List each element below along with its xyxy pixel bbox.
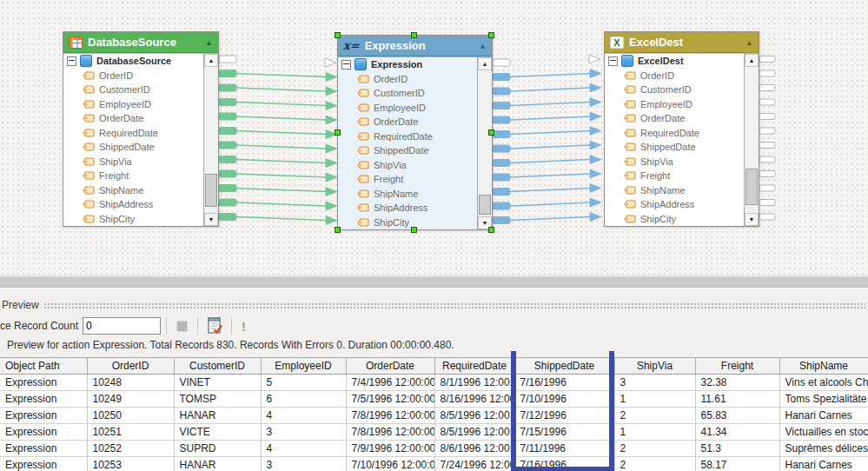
field-row-customerid[interactable]: CustomerID [338, 86, 492, 101]
grid-col-header-orderid[interactable]: OrderID [87, 358, 174, 375]
selection-handle[interactable] [411, 227, 417, 233]
field-row-requireddate[interactable]: RequiredDate [338, 129, 492, 144]
field-row-shipname[interactable]: ShipName [338, 187, 492, 202]
field-row-shipcity[interactable]: ShipCity [63, 212, 218, 227]
field-row-orderdate[interactable]: OrderDate [63, 111, 218, 126]
field-row-shipaddress[interactable]: ShipAddress [605, 197, 759, 212]
grid-row[interactable]: Expression10248VINET57/4/1996 12:00:008/… [0, 375, 868, 391]
selection-handle[interactable] [411, 32, 417, 38]
field-row-shipvia[interactable]: ShipVia [605, 155, 759, 169]
selection-handle[interactable] [488, 32, 494, 38]
grid-cell: 7/10/1996 12:00:0 [346, 457, 434, 471]
scroll-up-icon[interactable]: ▲ [478, 57, 492, 70]
grid-row[interactable]: Expression10251VICTE37/8/1996 12:00:008/… [0, 424, 868, 441]
node-header-exceldest[interactable]: XExcelDest▲ [605, 32, 759, 53]
field-row-employeeid[interactable]: EmployeeID [63, 97, 218, 112]
stop-button[interactable] [172, 316, 192, 336]
selection-handle[interactable] [335, 32, 341, 38]
field-row-shipname[interactable]: ShipName [605, 183, 759, 198]
field-row-freight[interactable]: Freight [63, 169, 218, 183]
scroll-down-icon[interactable]: ▼ [745, 213, 759, 226]
grid-cell: 2 [614, 457, 695, 471]
grid-col-header-object-path[interactable]: Object Path [0, 358, 87, 375]
selection-handle[interactable] [335, 129, 341, 136]
field-row-shipname[interactable]: ShipName [63, 183, 218, 198]
grid-cell: 1 [614, 391, 695, 408]
field-row-orderdate[interactable]: OrderDate [338, 115, 492, 129]
app-window: DatabaseSource▲DatabaseSourceOrderIDCust… [0, 0, 868, 471]
grid-cell: HANAR [174, 457, 261, 471]
field-row-orderid[interactable]: OrderID [63, 69, 218, 83]
collapse-up-icon[interactable]: ▲ [745, 38, 753, 47]
field-label: EmployeeID [99, 99, 151, 109]
field-row-shippeddate[interactable]: ShippedDate [338, 143, 492, 158]
field-row-requireddate[interactable]: RequiredDate [63, 126, 218, 141]
field-row-shipvia[interactable]: ShipVia [338, 158, 492, 173]
field-row-freight[interactable]: Freight [338, 172, 492, 187]
field-label: OrderID [99, 70, 133, 81]
collapse-minus-icon[interactable] [608, 56, 618, 66]
grid-col-header-orderdate[interactable]: OrderDate [346, 358, 434, 375]
field-label: OrderID [374, 74, 407, 84]
grid-col-header-requireddate[interactable]: RequiredDate [434, 358, 514, 375]
collapse-up-icon[interactable]: ▲ [205, 38, 213, 47]
field-row-customerid[interactable]: CustomerID [63, 83, 218, 97]
collapse-minus-icon[interactable] [67, 56, 76, 66]
selection-handle[interactable] [488, 227, 494, 233]
field-row-requireddate[interactable]: RequiredDate [605, 126, 759, 141]
tree-root-exceldest[interactable]: ExcelDest [605, 54, 759, 69]
node-scrollbar[interactable]: ▲▼ [477, 57, 492, 229]
refresh-preview-button[interactable] [203, 315, 226, 337]
field-tag-icon [357, 89, 369, 97]
grid-col-header-shippeddate[interactable]: ShippedDate [514, 358, 614, 375]
field-row-orderid[interactable]: OrderID [338, 72, 492, 87]
root-label: ExcelDest [638, 56, 684, 66]
grid-row[interactable]: Expression10253HANAR37/10/1996 12:00:07/… [0, 457, 868, 471]
scroll-up-icon[interactable]: ▲ [745, 54, 759, 67]
node-expression[interactable]: x=Expression▲ExpressionOrderIDCustomerID… [337, 35, 493, 230]
dataflow-canvas[interactable]: DatabaseSource▲DatabaseSourceOrderIDCust… [0, 0, 868, 276]
grid-cell: 11.61 [695, 391, 779, 408]
node-exceldest[interactable]: XExcelDest▲ExcelDestOrderIDCustomerIDEmp… [604, 31, 759, 227]
selection-handle[interactable] [335, 227, 341, 233]
grid-row[interactable]: Expression10250HANAR47/8/1996 12:00:008/… [0, 408, 868, 424]
scroll-thumb[interactable] [479, 195, 491, 215]
scroll-down-icon[interactable]: ▼ [204, 213, 218, 226]
grid-col-header-employeeid[interactable]: EmployeeID [261, 358, 346, 375]
tree-root-databasesource[interactable]: DatabaseSource [63, 54, 218, 69]
node-databasesource[interactable]: DatabaseSource▲DatabaseSourceOrderIDCust… [63, 31, 219, 227]
field-row-orderdate[interactable]: OrderDate [605, 111, 759, 126]
field-row-shipaddress[interactable]: ShipAddress [338, 201, 492, 216]
field-row-employeeid[interactable]: EmployeeID [338, 101, 492, 116]
field-row-shippeddate[interactable]: ShippedDate [605, 140, 759, 155]
node-scrollbar[interactable]: ▲▼ [203, 54, 218, 226]
scroll-thumb[interactable] [745, 169, 758, 205]
field-row-shipcity[interactable]: ShipCity [605, 212, 759, 227]
selection-handle[interactable] [488, 129, 494, 136]
grid-col-header-shipvia[interactable]: ShipVia [614, 358, 695, 375]
collapse-minus-icon[interactable] [341, 60, 351, 70]
grid-row[interactable]: Expression10252SUPRD47/9/1996 12:00:008/… [0, 441, 868, 457]
node-scrollbar[interactable]: ▲▼ [744, 54, 759, 226]
scroll-up-icon[interactable]: ▲ [204, 54, 218, 67]
grid-col-header-shipname[interactable]: ShipName [779, 358, 868, 375]
field-row-employeeid[interactable]: EmployeeID [605, 97, 759, 112]
grid-col-header-customerid[interactable]: CustomerID [174, 358, 261, 375]
field-row-shipaddress[interactable]: ShipAddress [63, 197, 218, 212]
grid-cell: Suprêmes délices [779, 441, 868, 457]
field-row-orderid[interactable]: OrderID [605, 69, 759, 83]
grid-row[interactable]: Expression10249TOMSP67/5/1996 12:00:008/… [0, 391, 868, 408]
grid-cell: HANAR [174, 408, 261, 424]
node-header-databasesource[interactable]: DatabaseSource▲ [63, 32, 218, 53]
grid-col-header-freight[interactable]: Freight [695, 358, 779, 375]
field-row-shipvia[interactable]: ShipVia [63, 155, 218, 169]
field-row-customerid[interactable]: CustomerID [605, 83, 759, 97]
field-row-shippeddate[interactable]: ShippedDate [63, 140, 218, 155]
errors-button[interactable]: ! [237, 318, 250, 335]
collapse-up-icon[interactable]: ▲ [479, 42, 487, 50]
node-header-expression[interactable]: x=Expression▲ [338, 36, 492, 56]
scroll-thumb[interactable] [205, 174, 217, 207]
field-row-freight[interactable]: Freight [605, 169, 759, 183]
tree-root-expression[interactable]: Expression [338, 57, 492, 72]
record-count-input[interactable] [83, 317, 161, 335]
